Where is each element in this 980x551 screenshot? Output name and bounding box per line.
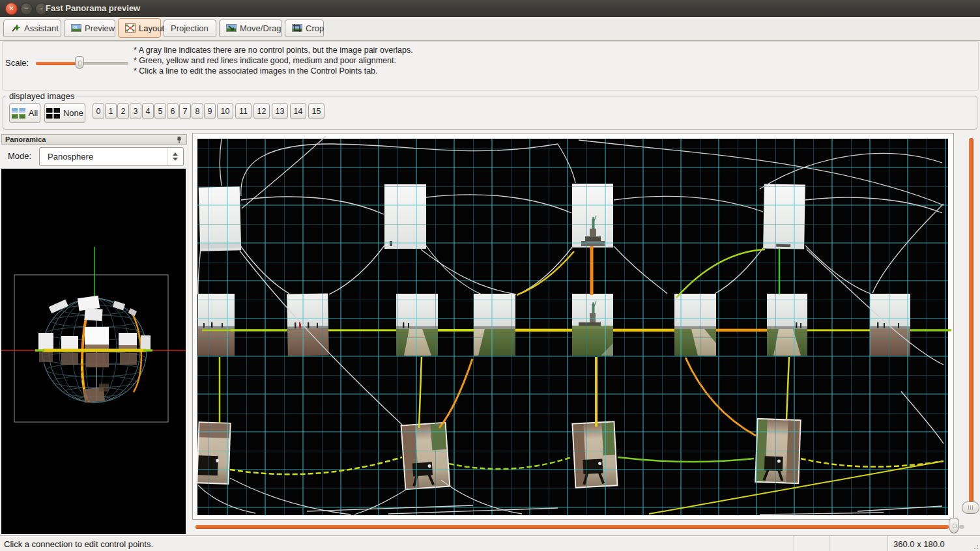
layout-canvas[interactable] xyxy=(192,133,954,520)
move-drag-icon xyxy=(226,23,237,33)
minimize-icon: – xyxy=(25,6,28,12)
mode-spinner[interactable] xyxy=(167,148,183,165)
vertical-scrollbar-handle[interactable] xyxy=(962,502,979,514)
show-none-button[interactable]: None xyxy=(44,103,85,123)
tab-label: Layout xyxy=(139,23,164,33)
pin-icon[interactable] xyxy=(175,135,183,143)
tab-preview[interactable]: GL Preview xyxy=(64,20,115,36)
close-icon: ✕ xyxy=(9,6,14,12)
all-images-icon xyxy=(12,108,25,119)
tab-label: Move/Drag xyxy=(240,23,281,33)
status-bar: Click a connection to edit control point… xyxy=(0,535,980,551)
image-toggle-11[interactable]: 11 xyxy=(235,103,252,119)
titlebar: ✕ – ▫ Fast Panorama preview xyxy=(0,0,980,18)
image-toggle-8[interactable]: 8 xyxy=(192,103,203,119)
none-label: None xyxy=(63,108,83,118)
horizontal-scrollbar-handle[interactable] xyxy=(949,518,959,533)
crop-icon xyxy=(292,23,302,33)
spin-up-icon xyxy=(173,152,178,156)
scale-label: Scale: xyxy=(5,58,29,68)
image-toggle-10[interactable]: 10 xyxy=(217,103,233,119)
dock-header: Panoramica xyxy=(1,134,187,145)
canvas-grid xyxy=(197,139,948,515)
image-toggle-3[interactable]: 3 xyxy=(130,103,141,119)
mode-label: Mode: xyxy=(8,151,31,161)
resize-grip-icon[interactable] xyxy=(971,542,979,550)
help-line-1: * A gray line indicates there are no con… xyxy=(134,45,413,55)
status-message: Click a connection to edit control point… xyxy=(0,539,794,549)
layout-icon xyxy=(125,23,136,33)
image-toggle-14[interactable]: 14 xyxy=(290,103,306,119)
preview-icon: GL xyxy=(71,23,81,33)
image-toggle-7[interactable]: 7 xyxy=(179,103,191,119)
status-cell-empty-1 xyxy=(794,536,829,551)
fast-panorama-preview-window: ✕ – ▫ Fast Panorama preview Assistant GL… xyxy=(0,0,980,551)
tab-label: Projection xyxy=(171,23,209,33)
status-pano-size: 360.0 x 180.0 xyxy=(887,536,980,551)
tab-layout[interactable]: Layout xyxy=(118,18,161,38)
layout-help-text: * A gray line indicates there are no con… xyxy=(134,45,413,76)
vertical-scrollbar-track[interactable] xyxy=(969,138,973,513)
panosphere-scene xyxy=(1,169,186,534)
status-cell-empty-2 xyxy=(829,536,887,551)
tab-assistant[interactable]: Assistant xyxy=(3,20,61,36)
image-toggle-15[interactable]: 15 xyxy=(308,103,324,119)
image-toggle-13[interactable]: 13 xyxy=(272,103,288,119)
dock-title: Panoramica xyxy=(5,135,46,143)
window-title: Fast Panorama preview xyxy=(46,3,140,13)
all-label: All xyxy=(29,108,38,118)
tab-label: Crop xyxy=(306,23,324,33)
close-button[interactable]: ✕ xyxy=(5,3,18,15)
mode-value: Panosphere xyxy=(48,152,93,162)
horizontal-scrollbar-rest xyxy=(959,525,964,529)
displayed-images-label: displayed images xyxy=(7,91,77,101)
scale-slider-fill xyxy=(36,62,79,65)
help-line-3: * Click a line to edit the associated im… xyxy=(134,66,413,76)
image-toggle-2[interactable]: 2 xyxy=(117,103,129,119)
horizontal-scrollbar-track[interactable] xyxy=(195,525,949,529)
tab-label: Assistant xyxy=(24,23,59,33)
image-toggle-5[interactable]: 5 xyxy=(154,103,166,119)
no-images-icon xyxy=(46,108,60,119)
svg-text:GL: GL xyxy=(73,25,78,29)
tab-label: Preview xyxy=(85,23,115,33)
help-line-2: * Green, yellow and red lines indicate g… xyxy=(134,55,413,66)
image-toggle-1[interactable]: 1 xyxy=(105,103,117,119)
image-toggle-6[interactable]: 6 xyxy=(167,103,179,119)
tab-bar: Assistant GL Preview Layout Projection M… xyxy=(0,17,980,41)
image-toggle-4[interactable]: 4 xyxy=(142,103,154,119)
tab-move-drag[interactable]: Move/Drag xyxy=(219,20,282,36)
spin-down-icon xyxy=(173,158,178,161)
maximize-icon: ▫ xyxy=(40,6,42,12)
image-toggle-0[interactable]: 0 xyxy=(93,103,104,119)
mode-row: Mode: Panosphere xyxy=(1,145,187,169)
image-toggle-9[interactable]: 9 xyxy=(204,103,216,119)
image-toggle-12[interactable]: 12 xyxy=(253,103,270,119)
assistant-icon xyxy=(10,23,21,33)
show-all-button[interactable]: All xyxy=(9,103,40,123)
tab-crop[interactable]: Crop xyxy=(285,20,324,36)
panosphere-view[interactable] xyxy=(1,169,186,534)
scale-slider-handle[interactable] xyxy=(75,56,84,69)
mode-select[interactable]: Panosphere xyxy=(39,147,184,166)
tab-projection[interactable]: Projection xyxy=(164,20,216,36)
layout-scene xyxy=(193,134,953,519)
minimize-button[interactable]: – xyxy=(20,3,33,15)
